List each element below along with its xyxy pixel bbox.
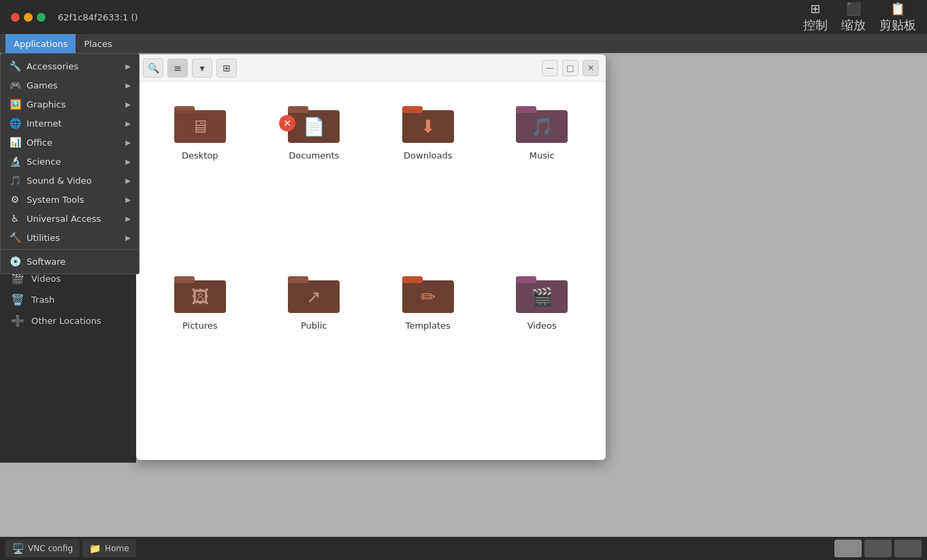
dot-green[interactable] <box>37 13 46 22</box>
trash-sidebar-icon: 🗑️ <box>11 293 25 306</box>
dropdown-item-internet[interactable]: 🌐 Internet ▶ <box>1 114 139 133</box>
dropdown-item-office[interactable]: 📊 Office ▶ <box>1 133 139 152</box>
control-icon: ⊞ <box>810 1 820 16</box>
folder-downloads[interactable]: ⬇ Downloads <box>378 95 478 252</box>
dropdown-item-accessories[interactable]: 🔧 Accessories ▶ <box>1 56 139 76</box>
svg-rect-20 <box>402 276 423 283</box>
zoom-icon: ⬛ <box>846 1 861 16</box>
folder-videos[interactable]: 🎬 Videos <box>492 265 593 422</box>
fm-view-options-button[interactable]: ▾ <box>192 59 212 78</box>
folder-templates[interactable]: ✏ Templates <box>378 265 478 422</box>
office-label: Office <box>27 137 52 148</box>
zoom-icon-group[interactable]: ⬛ 缩放 <box>841 1 866 33</box>
dropdown-item-system-tools[interactable]: ⚙️ System Tools ▶ <box>1 190 139 209</box>
office-arrow: ▶ <box>125 139 131 146</box>
folder-music[interactable]: 🎵 Music <box>492 95 593 252</box>
svg-rect-11 <box>516 106 536 113</box>
fm-minimize-button[interactable]: — <box>542 60 558 76</box>
system-tools-label: System Tools <box>27 195 84 205</box>
fm-search-button[interactable]: 🔍 <box>143 59 163 78</box>
sidebar-item-trash[interactable]: 🗑️ Trash <box>0 289 136 310</box>
svg-rect-8 <box>402 106 423 113</box>
taskbar-workspace-active[interactable] <box>834 540 862 557</box>
svg-text:↗: ↗ <box>306 286 321 307</box>
vnc-taskbar-icon: 🖥️ <box>12 543 24 554</box>
dropdown-item-graphics[interactable]: 🖼️ Graphics ▶ <box>1 95 139 114</box>
zoom-label: 缩放 <box>841 17 866 33</box>
home-taskbar-icon: 📁 <box>89 543 101 554</box>
office-icon: 📊 <box>9 136 21 148</box>
dropdown-item-science[interactable]: 🔬 Science ▶ <box>1 152 139 171</box>
svg-text:📄: 📄 <box>303 116 325 137</box>
taskbar-workspace-2[interactable] <box>864 540 892 557</box>
music-folder-icon: 🎵 <box>515 101 569 145</box>
menu-bar: Applications Places <box>0 34 927 53</box>
dot-red[interactable] <box>11 13 20 22</box>
clipboard-icon: 📋 <box>890 1 905 16</box>
menu-places[interactable]: Places <box>76 34 120 53</box>
menu-applications[interactable]: Applications <box>5 34 76 53</box>
graphics-arrow: ▶ <box>125 101 131 108</box>
documents-folder-label: Documents <box>289 150 339 161</box>
applications-dropdown: 🔧 Accessories ▶ 🎮 Games ▶ 🖼️ Graphics ▶ … <box>0 53 140 274</box>
games-arrow: ▶ <box>125 82 131 89</box>
accessories-arrow: ▶ <box>125 63 131 70</box>
taskbar: 🖥️ VNC config 📁 Home <box>0 537 927 560</box>
dropdown-item-software[interactable]: 💿 Software <box>1 252 139 271</box>
system-tools-arrow: ▶ <box>125 196 131 203</box>
clipboard-icon-group[interactable]: 📋 剪贴板 <box>879 1 916 33</box>
fm-maximize-button[interactable]: □ <box>562 60 579 76</box>
dropdown-item-sound-video[interactable]: 🎵 Sound & Video ▶ <box>1 171 139 190</box>
home-taskbar-label: Home <box>105 544 129 553</box>
taskbar-item-home[interactable]: 📁 Home <box>82 540 135 557</box>
dropdown-divider <box>1 249 139 250</box>
folder-public[interactable]: ↗ Public <box>264 265 365 422</box>
templates-folder-label: Templates <box>406 320 451 331</box>
science-icon: 🔬 <box>9 155 21 167</box>
svg-text:✏: ✏ <box>421 286 436 307</box>
internet-arrow: ▶ <box>125 120 131 127</box>
sidebar-videos-label: Videos <box>31 274 61 284</box>
top-bar: 62f1c84f2633:1 () ⊞ 控制 ⬛ 缩放 📋 剪贴板 <box>0 0 927 34</box>
software-label: Software <box>27 257 65 267</box>
folder-documents[interactable]: 📄 Documents <box>264 95 365 252</box>
taskbar-right <box>834 540 922 557</box>
folder-pictures[interactable]: 🖼 Pictures <box>150 265 250 422</box>
downloads-folder-icon: ⬇ <box>401 101 455 145</box>
dropdown-item-utilities[interactable]: 🔨 Utilities ▶ <box>1 228 139 247</box>
universal-access-icon: ♿ <box>9 212 21 225</box>
pictures-folder-label: Pictures <box>182 320 217 331</box>
accessories-label: Accessories <box>27 61 78 71</box>
taskbar-item-vnc[interactable]: 🖥️ VNC config <box>5 540 80 557</box>
taskbar-workspace-3[interactable] <box>894 540 922 557</box>
control-icon-group[interactable]: ⊞ 控制 <box>803 1 828 33</box>
top-bar-right: ⊞ 控制 ⬛ 缩放 📋 剪贴板 <box>803 1 916 33</box>
svg-text:🎵: 🎵 <box>531 116 553 137</box>
fm-close-win-button[interactable]: ✕ <box>583 60 599 76</box>
accessories-icon: 🔧 <box>9 60 21 72</box>
folder-desktop[interactable]: 🖥 Desktop <box>150 95 250 252</box>
dropdown-item-universal-access[interactable]: ♿ Universal Access ▶ <box>1 209 139 228</box>
utilities-icon: 🔨 <box>9 231 21 244</box>
svg-rect-14 <box>174 276 195 283</box>
clipboard-label: 剪贴板 <box>879 17 916 33</box>
control-label: 控制 <box>803 17 828 33</box>
svg-rect-5 <box>288 106 308 113</box>
fm-close-button[interactable]: ✕ <box>279 115 295 131</box>
sidebar-item-other-locations[interactable]: ➕ Other Locations <box>0 310 136 331</box>
dot-yellow[interactable] <box>24 13 33 22</box>
sidebar-other-locations-label: Other Locations <box>31 316 101 326</box>
utilities-arrow: ▶ <box>125 234 131 242</box>
top-bar-left: 62f1c84f2633:1 () <box>11 12 138 22</box>
dropdown-item-games[interactable]: 🎮 Games ▶ <box>1 76 139 95</box>
science-label: Science <box>27 157 61 167</box>
graphics-icon: 🖼️ <box>9 98 21 110</box>
fm-list-view-button[interactable]: ≡ <box>167 59 188 78</box>
window-dots <box>11 13 46 22</box>
music-folder-label: Music <box>530 150 555 161</box>
vnc-taskbar-label: VNC config <box>28 544 73 553</box>
sound-video-arrow: ▶ <box>125 177 131 184</box>
fm-grid-view-button[interactable]: ⊞ <box>216 59 237 78</box>
svg-text:🎬: 🎬 <box>531 286 553 308</box>
utilities-label: Utilities <box>27 233 60 243</box>
